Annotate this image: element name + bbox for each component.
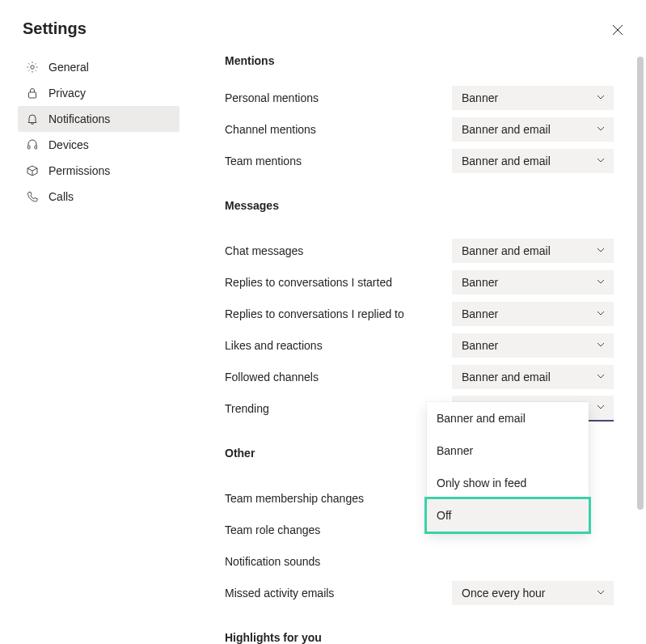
sidebar-item-label: Privacy (49, 87, 86, 100)
headset-icon (26, 138, 39, 151)
package-icon (26, 164, 39, 177)
select-value: Banner (462, 339, 498, 352)
close-icon (612, 24, 623, 38)
sidebar-item-privacy[interactable]: Privacy (18, 80, 179, 106)
chevron-down-icon (596, 155, 606, 167)
svg-point-0 (31, 66, 34, 69)
section-title-mentions: Mentions (225, 54, 614, 67)
dropdown-option-feed[interactable]: Only show in feed (427, 467, 589, 499)
chevron-down-icon (596, 401, 606, 414)
sidebar-item-calls[interactable]: Calls (18, 184, 179, 210)
setting-label: Trending (225, 402, 452, 415)
section-title-messages: Messages (225, 199, 614, 212)
svg-rect-3 (35, 146, 37, 149)
select-value: Once every hour (462, 587, 546, 600)
setting-label: Replies to conversations I replied to (225, 307, 452, 320)
sidebar-item-label: Calls (49, 190, 74, 203)
select-replies-started[interactable]: Banner (452, 270, 614, 294)
sidebar-item-label: General (49, 61, 89, 74)
dropdown-option-off[interactable]: Off (427, 499, 589, 532)
select-value: Banner and email (462, 155, 551, 167)
chevron-down-icon (596, 123, 606, 136)
lock-icon (26, 87, 39, 100)
select-value: Banner (462, 276, 498, 289)
page-title: Settings (0, 0, 646, 54)
select-chat-messages[interactable]: Banner and email (452, 239, 614, 263)
gear-icon (26, 61, 39, 74)
sidebar-item-label: Devices (49, 138, 89, 151)
setting-row-personal-mentions: Personal mentions Banner (225, 82, 614, 113)
trending-dropdown: Banner and email Banner Only show in fee… (427, 402, 589, 532)
select-personal-mentions[interactable]: Banner (452, 86, 614, 110)
select-channel-mentions[interactable]: Banner and email (452, 117, 614, 142)
select-value: Banner and email (462, 123, 551, 136)
sidebar-item-notifications[interactable]: Notifications (18, 106, 179, 132)
select-value: Banner (462, 91, 498, 104)
select-value: Banner (462, 307, 498, 320)
setting-label: Likes and reactions (225, 339, 452, 352)
sidebar-item-label: Permissions (49, 164, 110, 177)
setting-label: Channel mentions (225, 123, 452, 136)
select-value: Banner and email (462, 371, 551, 383)
sidebar-item-permissions[interactable]: Permissions (18, 158, 179, 184)
dropdown-option-banner[interactable]: Banner (427, 434, 589, 467)
setting-row-followed-channels: Followed channels Banner and email (225, 361, 614, 392)
select-likes[interactable]: Banner (452, 333, 614, 358)
setting-row-replies-replied: Replies to conversations I replied to Ba… (225, 298, 614, 329)
sidebar-item-general[interactable]: General (18, 54, 179, 80)
setting-row-team-mentions: Team mentions Banner and email (225, 145, 614, 176)
setting-label: Team mentions (225, 155, 452, 167)
settings-main: Mentions Personal mentions Banner Channe… (179, 54, 646, 644)
phone-icon (26, 190, 39, 203)
select-followed-channels[interactable]: Banner and email (452, 365, 614, 389)
select-value: Banner and email (462, 244, 551, 257)
select-team-mentions[interactable]: Banner and email (452, 149, 614, 173)
svg-rect-1 (29, 92, 36, 98)
setting-label: Notification sounds (225, 555, 614, 568)
chevron-down-icon (596, 371, 606, 383)
chevron-down-icon (596, 276, 606, 289)
close-button[interactable] (612, 24, 623, 38)
settings-sidebar: General Privacy Notifications Devices Pe (18, 54, 179, 644)
setting-label: Personal mentions (225, 91, 452, 104)
chevron-down-icon (596, 244, 606, 257)
setting-row-likes: Likes and reactions Banner (225, 329, 614, 361)
svg-rect-2 (28, 146, 31, 149)
setting-label: Replies to conversations I started (225, 276, 452, 289)
dropdown-option-banner-email[interactable]: Banner and email (427, 402, 589, 434)
bell-icon (26, 112, 39, 125)
chevron-down-icon (596, 91, 606, 104)
select-missed-activity[interactable]: Once every hour (452, 581, 614, 605)
chevron-down-icon (596, 587, 606, 600)
setting-row-notification-sounds: Notification sounds (225, 545, 614, 577)
section-title-highlights: Highlights for you (225, 631, 614, 644)
sidebar-item-label: Notifications (49, 112, 110, 125)
setting-row-channel-mentions: Channel mentions Banner and email (225, 113, 614, 145)
setting-row-missed-activity: Missed activity emails Once every hour (225, 577, 614, 608)
chevron-down-icon (596, 339, 606, 352)
setting-label: Missed activity emails (225, 587, 452, 600)
chevron-down-icon (596, 307, 606, 320)
setting-row-replies-started: Replies to conversations I started Banne… (225, 266, 614, 298)
setting-label: Chat messages (225, 244, 452, 257)
setting-row-chat-messages: Chat messages Banner and email (225, 235, 614, 266)
scrollbar[interactable] (637, 57, 644, 510)
select-replies-replied[interactable]: Banner (452, 302, 614, 326)
sidebar-item-devices[interactable]: Devices (18, 132, 179, 158)
setting-label: Followed channels (225, 371, 452, 383)
